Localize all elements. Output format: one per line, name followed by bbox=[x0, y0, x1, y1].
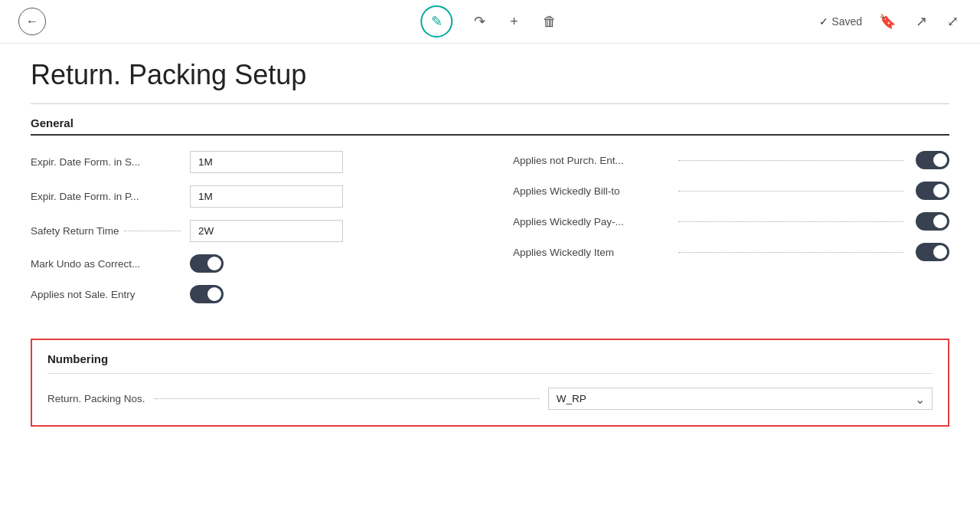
top-bar: ← ✎ ↷ + 🗑 ✓ Saved 🔖 ↗ ⤢ bbox=[0, 0, 980, 44]
saved-label: Saved bbox=[831, 15, 862, 28]
applies-wickedly-billto-slider bbox=[916, 182, 949, 200]
general-section-header: General bbox=[31, 116, 949, 129]
expir-date-form-s-input[interactable] bbox=[190, 151, 343, 173]
mark-undo-slider bbox=[190, 254, 224, 273]
bookmark-icon: 🔖 bbox=[879, 13, 896, 30]
numbering-header-divider bbox=[47, 373, 933, 374]
back-button[interactable]: ← bbox=[18, 8, 46, 35]
applies-wickedly-pay-label: Applies Wickedly Pay-... bbox=[513, 216, 666, 227]
numbering-dots bbox=[155, 398, 539, 399]
numbering-section: Numbering Return. Packing Nos. W_RP PACK… bbox=[31, 339, 949, 427]
safety-return-time-row: Safety Return Time bbox=[31, 220, 467, 242]
general-header-divider bbox=[31, 134, 949, 136]
edit-icon: ✎ bbox=[431, 13, 443, 30]
numbering-section-header: Numbering bbox=[47, 352, 933, 365]
expir-date-form-s-row: Expir. Date Form. in S... bbox=[31, 151, 467, 173]
general-right-col: Applies not Purch. Ent... Applies Wicked… bbox=[513, 151, 949, 316]
saved-status: ✓ Saved bbox=[819, 15, 862, 28]
mark-undo-row: Mark Undo as Correct... bbox=[31, 254, 467, 273]
applies-wickedly-item-slider bbox=[916, 243, 949, 261]
safety-return-time-label: Safety Return Time bbox=[31, 225, 184, 237]
trash-icon: 🗑 bbox=[543, 14, 557, 30]
mark-undo-toggle[interactable] bbox=[190, 254, 224, 273]
return-packing-nos-row: Return. Packing Nos. W_RP PACK RETURN bbox=[47, 388, 933, 410]
edit-button[interactable]: ✎ bbox=[420, 5, 452, 38]
general-section: General Expir. Date Form. in S... Expir.… bbox=[31, 116, 949, 316]
expir-date-form-p-label: Expir. Date Form. in P... bbox=[31, 191, 184, 202]
checkmark-icon: ✓ bbox=[819, 15, 828, 28]
expir-date-form-p-input[interactable] bbox=[190, 185, 343, 208]
expand-button[interactable]: ⤢ bbox=[944, 10, 962, 33]
top-bar-center-actions: ✎ ↷ + 🗑 bbox=[420, 5, 560, 38]
applies-not-purch-toggle[interactable] bbox=[916, 151, 949, 169]
applies-not-sale-slider bbox=[190, 285, 224, 303]
return-packing-nos-select-wrapper: W_RP PACK RETURN bbox=[548, 388, 933, 410]
applies-not-sale-toggle[interactable] bbox=[190, 285, 224, 303]
expand-icon: ⤢ bbox=[947, 13, 959, 30]
add-button[interactable]: + bbox=[507, 11, 521, 33]
open-in-new-button[interactable]: ↗ bbox=[913, 10, 930, 33]
return-packing-nos-select[interactable]: W_RP PACK RETURN bbox=[548, 388, 933, 410]
return-packing-nos-label: Return. Packing Nos. bbox=[47, 393, 145, 404]
applies-wickedly-pay-slider bbox=[916, 212, 949, 231]
applies-not-purch-row: Applies not Purch. Ent... bbox=[513, 151, 949, 169]
applies-wickedly-billto-row: Applies Wickedly Bill-to bbox=[513, 182, 949, 200]
top-bar-right-actions: ✓ Saved 🔖 ↗ ⤢ bbox=[819, 10, 962, 33]
expir-date-form-s-label: Expir. Date Form. in S... bbox=[31, 156, 184, 168]
applies-wickedly-billto-toggle[interactable] bbox=[916, 182, 949, 200]
applies-not-purch-slider bbox=[916, 151, 949, 169]
mark-undo-label: Mark Undo as Correct... bbox=[31, 258, 184, 270]
expir-date-form-p-row: Expir. Date Form. in P... bbox=[31, 185, 467, 208]
share-icon: ↷ bbox=[474, 13, 485, 30]
applies-wickedly-item-label: Applies Wickedly Item bbox=[513, 247, 666, 258]
page-content: Return. Packing Setup General Expir. Dat… bbox=[0, 44, 980, 457]
applies-wickedly-pay-toggle[interactable] bbox=[916, 212, 949, 231]
general-left-col: Expir. Date Form. in S... Expir. Date Fo… bbox=[31, 151, 467, 316]
title-divider bbox=[31, 103, 949, 104]
applies-wickedly-item-row: Applies Wickedly Item bbox=[513, 243, 949, 261]
applies-wickedly-billto-label: Applies Wickedly Bill-to bbox=[513, 185, 666, 197]
applies-not-sale-row: Applies not Sale. Entry bbox=[31, 285, 467, 303]
add-icon: + bbox=[510, 14, 518, 30]
applies-not-purch-label: Applies not Purch. Ent... bbox=[513, 155, 666, 166]
applies-wickedly-pay-row: Applies Wickedly Pay-... bbox=[513, 212, 949, 231]
bookmark-button[interactable]: 🔖 bbox=[876, 10, 899, 33]
applies-not-sale-label: Applies not Sale. Entry bbox=[31, 289, 184, 300]
back-icon: ← bbox=[26, 15, 38, 28]
applies-wickedly-item-toggle[interactable] bbox=[916, 243, 949, 261]
delete-button[interactable]: 🗑 bbox=[540, 11, 560, 33]
page-title: Return. Packing Setup bbox=[31, 59, 949, 91]
open-new-icon: ↗ bbox=[916, 13, 927, 30]
share-button[interactable]: ↷ bbox=[471, 10, 488, 33]
general-form-grid: Expir. Date Form. in S... Expir. Date Fo… bbox=[31, 151, 949, 316]
safety-return-time-input[interactable] bbox=[190, 220, 343, 242]
